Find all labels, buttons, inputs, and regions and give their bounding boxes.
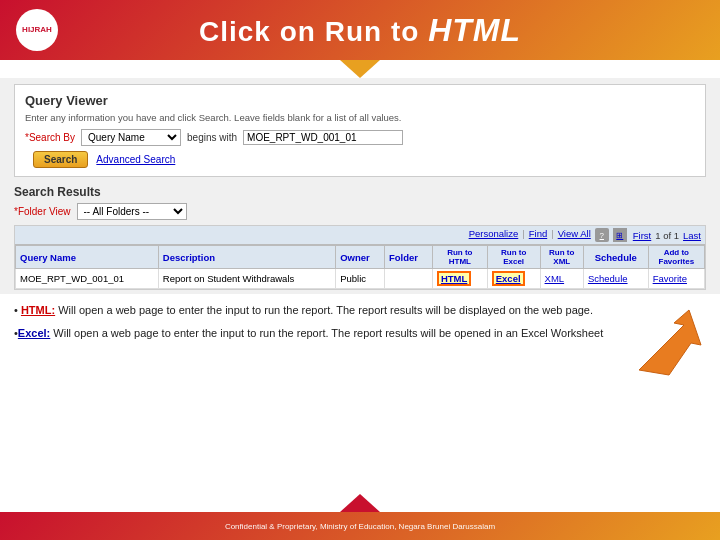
header: HIJRAH Click on Run to HTML: [0, 0, 720, 60]
arrow-icon: [629, 305, 704, 380]
col-owner: Owner: [336, 246, 385, 269]
last-link[interactable]: Last: [683, 230, 701, 241]
excel-label: Excel:: [18, 327, 50, 339]
col-query: Query Name: [16, 246, 159, 269]
col-schedule: Schedule: [583, 246, 648, 269]
search-btn-row: Search Advanced Search: [33, 151, 695, 168]
folder-view-label: *Folder View: [14, 206, 71, 217]
help-icon[interactable]: ?: [595, 228, 609, 242]
run-to-html-link[interactable]: HTML: [437, 271, 471, 286]
view-all-link[interactable]: View All: [558, 228, 591, 242]
find-link[interactable]: Find: [529, 228, 547, 242]
toolbar-pagination: First 1 of 1 Last: [633, 230, 701, 241]
run-to-xml-link[interactable]: XML: [545, 273, 565, 284]
cell-schedule: Schedule: [583, 269, 648, 289]
cell-favorite: Favorite: [648, 269, 704, 289]
cell-owner: Public: [336, 269, 385, 289]
description-text: • HTML: Will open a web page to enter th…: [14, 302, 606, 347]
table-header-row: Query Name Description Owner Folder Run …: [16, 246, 705, 269]
search-value-input[interactable]: [243, 130, 403, 145]
header-triangle-decoration: [340, 60, 380, 78]
search-by-row: *Search By Query Name begins with: [25, 129, 695, 146]
page-info: 1 of 1: [655, 230, 679, 241]
search-results-title: Search Results: [14, 185, 706, 199]
personalize-link[interactable]: Personalize: [469, 228, 519, 242]
col-favorites: Add toFavorites: [648, 246, 704, 269]
html-description: • HTML: Will open a web page to enter th…: [14, 302, 606, 319]
query-viewer-hint: Enter any information you have and click…: [25, 112, 695, 123]
cell-excel: Excel: [487, 269, 540, 289]
results-table: Query Name Description Owner Folder Run …: [15, 245, 705, 289]
main-content: Query Viewer Enter any information you h…: [0, 78, 720, 294]
col-run-html: Run toHTML: [432, 246, 487, 269]
header-title: Click on Run to HTML: [199, 12, 521, 49]
toolbar-links: Personalize | Find | View All ? ⊞: [469, 228, 627, 242]
results-table-wrap: Personalize | Find | View All ? ⊞ First …: [14, 225, 706, 290]
footer: Confidential & Proprietary, Ministry of …: [0, 512, 720, 540]
footer-triangle-decoration: [340, 494, 380, 512]
arrow-graphic: [626, 302, 706, 382]
cell-query-name: MOE_RPT_WD_001_01: [16, 269, 159, 289]
html-desc-text: Will open a web page to enter the input …: [55, 304, 593, 316]
cell-folder: [384, 269, 432, 289]
html-label: HTML:: [21, 304, 55, 316]
favorite-link[interactable]: Favorite: [653, 273, 687, 284]
advanced-search-link[interactable]: Advanced Search: [96, 154, 175, 165]
excel-description: •Excel: Will open a web page to enter th…: [14, 325, 606, 342]
table-row: MOE_RPT_WD_001_01 Report on Student With…: [16, 269, 705, 289]
begins-with-label: begins with: [187, 132, 237, 143]
svg-marker-0: [639, 310, 701, 375]
logo-area: HIJRAH: [16, 9, 58, 51]
col-description: Description: [158, 246, 335, 269]
col-folder: Folder: [384, 246, 432, 269]
footer-text: Confidential & Proprietary, Ministry of …: [225, 522, 495, 531]
run-to-excel-link[interactable]: Excel: [492, 271, 525, 286]
bottom-section: • HTML: Will open a web page to enter th…: [0, 294, 720, 404]
cell-xml: XML: [540, 269, 583, 289]
search-by-label: *Search By: [25, 132, 75, 143]
query-viewer-title: Query Viewer: [25, 93, 695, 108]
logo: HIJRAH: [16, 9, 58, 51]
col-run-excel: Run toExcel: [487, 246, 540, 269]
search-by-select[interactable]: Query Name: [81, 129, 181, 146]
search-results-section: Search Results *Folder View -- All Folde…: [14, 185, 706, 290]
schedule-link[interactable]: Schedule: [588, 273, 628, 284]
search-button[interactable]: Search: [33, 151, 88, 168]
folder-view-select[interactable]: -- All Folders --: [77, 203, 187, 220]
cell-description: Report on Student Withdrawals: [158, 269, 335, 289]
grid-icon: ⊞: [613, 228, 627, 242]
table-toolbar: Personalize | Find | View All ? ⊞ First …: [15, 226, 705, 245]
cell-html: HTML: [432, 269, 487, 289]
col-run-xml: Run toXML: [540, 246, 583, 269]
excel-desc-text: Will open a web page to enter the input …: [50, 327, 603, 339]
folder-view-row: *Folder View -- All Folders --: [14, 203, 706, 220]
query-viewer-box: Query Viewer Enter any information you h…: [14, 84, 706, 177]
first-link[interactable]: First: [633, 230, 651, 241]
